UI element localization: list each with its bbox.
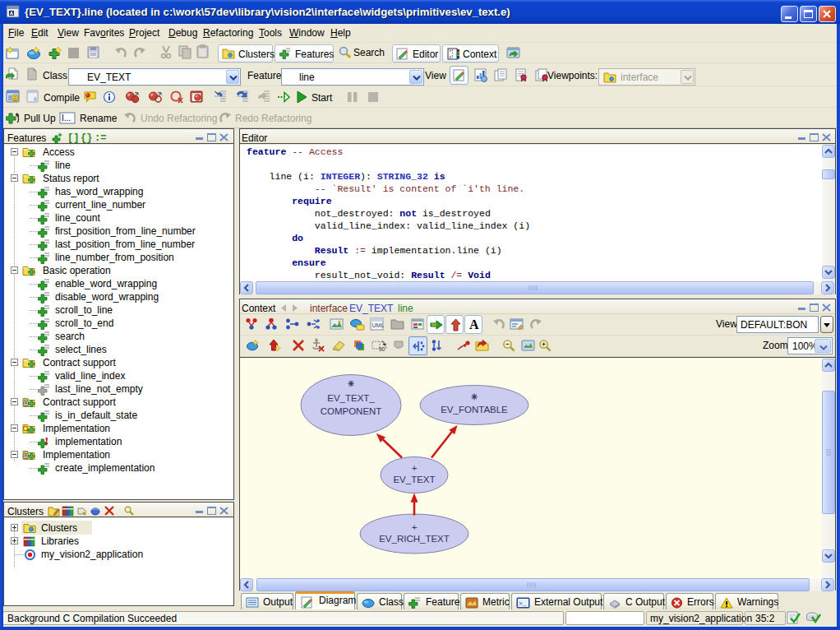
- svg-text:EV_FONTABLE: EV_FONTABLE: [441, 405, 508, 415]
- svg-text:+: +: [412, 522, 418, 532]
- svg-text:+: +: [412, 463, 418, 473]
- svg-text:COMPONENT: COMPONENT: [321, 406, 382, 416]
- svg-text:UML: UML: [372, 322, 385, 328]
- svg-text:90°: 90°: [379, 346, 387, 352]
- svg-text:>_: >_: [519, 600, 527, 607]
- svg-text:✳: ✳: [471, 392, 478, 401]
- svg-text:✳: ✳: [348, 379, 355, 388]
- svg-text:EV_RICH_TEXT: EV_RICH_TEXT: [379, 534, 450, 544]
- svg-text:EV_TEXT_: EV_TEXT_: [327, 393, 375, 403]
- svg-text:EV_TEXT: EV_TEXT: [393, 475, 435, 484]
- svg-text:I...: I...: [62, 113, 71, 123]
